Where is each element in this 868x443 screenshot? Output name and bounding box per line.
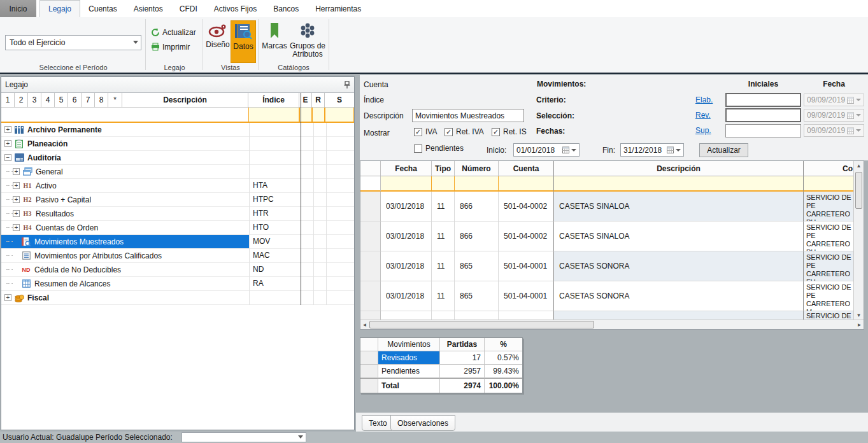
seleccion-label: Selección: <box>536 111 574 120</box>
descripcion-input[interactable]: Movimientos Muestreados <box>412 109 524 122</box>
grid-row[interactable]: 03/01/2018 11 866 501-04-0002 CASETAS SI… <box>360 222 864 251</box>
status-period-combobox[interactable] <box>181 432 306 442</box>
pin-icon[interactable] <box>344 81 350 88</box>
page-tab-3[interactable]: 3 <box>28 93 41 108</box>
vertical-scrollbar[interactable]: ▲ ▼ <box>853 161 864 320</box>
page-tab-2[interactable]: 2 <box>15 93 28 108</box>
imprimir-button[interactable]: Imprimir <box>148 41 192 53</box>
page-tab-8[interactable]: 8 <box>95 93 108 108</box>
expand-icon[interactable] <box>13 168 20 175</box>
expand-icon[interactable] <box>13 182 20 189</box>
tab-cuentas[interactable]: Cuentas <box>80 0 125 17</box>
elab-fecha-picker[interactable]: 09/09/2019 <box>804 94 864 106</box>
expand-icon[interactable] <box>13 210 20 217</box>
page-tab-1[interactable]: 1 <box>1 93 15 108</box>
scroll-down-icon[interactable]: ▼ <box>854 311 864 320</box>
legajo-panel-title: Legajo <box>5 80 28 89</box>
column-header-indice[interactable]: Índice <box>248 93 299 108</box>
page-tab-star[interactable]: * <box>108 93 122 108</box>
sup-link[interactable]: Sup. <box>695 126 711 135</box>
marcas-button[interactable]: Marcas <box>260 20 289 63</box>
grid-header-descripcion[interactable]: Descripción <box>554 161 804 176</box>
ret-is-checkbox[interactable]: Ret. IS <box>492 127 527 136</box>
horizontal-scroll-thumb[interactable] <box>369 321 594 328</box>
tab-texto[interactable]: Texto <box>362 415 394 431</box>
column-header-s[interactable]: S <box>325 93 354 108</box>
filter-cell-r[interactable] <box>312 108 325 122</box>
row-selector[interactable] <box>360 251 381 281</box>
tab-cfdi[interactable]: CFDI <box>171 0 206 17</box>
page-tab-7[interactable]: 7 <box>82 93 95 108</box>
filter-cell-s[interactable] <box>325 108 354 122</box>
elab-iniciales-input[interactable] <box>725 93 801 107</box>
vertical-scroll-thumb[interactable] <box>855 172 862 209</box>
grid-filter-fecha[interactable] <box>381 176 432 192</box>
sup-fecha-picker[interactable]: 09/09/2019 <box>804 124 864 137</box>
grid-row[interactable]: 03/01/2018 11 865 501-04-0001 CASETAS SO… <box>360 281 864 311</box>
grid-header-fecha[interactable]: Fecha <box>381 161 432 176</box>
filter-cell-indice[interactable] <box>248 108 299 122</box>
diseno-button[interactable]: Diseño <box>205 20 231 63</box>
filter-cell-e[interactable] <box>299 108 312 122</box>
expand-icon[interactable] <box>13 196 20 203</box>
column-header-descripcion[interactable]: Descripción <box>122 93 248 108</box>
datos-button[interactable]: Datos <box>231 20 256 63</box>
grid-header-tipo[interactable]: Tipo <box>432 161 455 176</box>
scroll-up-icon[interactable]: ▲ <box>854 161 864 171</box>
actualizar-button[interactable]: Actualizar <box>148 27 199 38</box>
grid-header-cuenta[interactable]: Cuenta <box>499 161 554 176</box>
grid-header-numero[interactable]: Número <box>455 161 499 176</box>
collapse-icon[interactable] <box>4 154 11 161</box>
summary-row-pendientes[interactable]: Pendientes 2957 99.43% <box>360 365 522 378</box>
tab-legajo[interactable]: Legajo <box>39 0 80 17</box>
filter-cell-descripcion[interactable] <box>122 108 248 122</box>
iva-checkbox[interactable]: IVA <box>414 127 437 136</box>
pendientes-checkbox[interactable]: Pendientes <box>414 144 464 153</box>
row-selector[interactable] <box>360 222 381 251</box>
page-tab-4[interactable]: 4 <box>41 93 55 108</box>
rev-fecha-picker[interactable]: 09/09/2019 <box>804 109 864 122</box>
expand-icon[interactable] <box>4 126 11 133</box>
elab-link[interactable]: Elab. <box>695 95 713 104</box>
tab-inicio[interactable]: Inicio <box>0 0 36 17</box>
grid-filter-cuenta[interactable] <box>499 176 554 192</box>
expand-icon[interactable] <box>4 294 11 301</box>
tab-observaciones[interactable]: Observaciones <box>390 415 455 431</box>
tab-asientos[interactable]: Asientos <box>125 0 171 17</box>
rev-iniciales-input[interactable] <box>725 108 801 122</box>
summary-row-selector <box>360 378 378 393</box>
tab-bancos[interactable]: Bancos <box>265 0 307 17</box>
tree-connector <box>6 227 13 228</box>
grid-filter-concepto[interactable] <box>804 176 855 192</box>
filter-cell[interactable] <box>1 108 122 122</box>
grid-filter-descripcion[interactable] <box>554 176 804 192</box>
inicio-date-picker[interactable]: 01/01/2018 <box>513 143 580 157</box>
page-tab-6[interactable]: 6 <box>68 93 82 108</box>
sup-iniciales-input[interactable] <box>725 124 801 137</box>
grupos-atributos-button[interactable]: Grupos deAtributos <box>289 20 326 63</box>
scroll-right-icon[interactable]: ► <box>855 320 864 329</box>
ret-iva-checkbox[interactable]: Ret. IVA <box>445 127 484 136</box>
horizontal-scrollbar[interactable]: ◄ ► <box>360 320 864 329</box>
summary-row-total[interactable]: Total 2974 100.00% <box>360 378 522 393</box>
grid-row[interactable]: 03/01/2018 11 865 501-04-0001 CASETAS SO… <box>360 251 864 281</box>
grid-filter-tipo[interactable] <box>432 176 455 192</box>
column-header-e[interactable]: E <box>299 93 312 108</box>
column-header-r[interactable]: R <box>312 93 325 108</box>
fin-date-picker[interactable]: 31/12/2018 <box>620 143 684 157</box>
tab-herramientas[interactable]: Herramientas <box>307 0 369 17</box>
tab-activos-fijos[interactable]: Activos Fijos <box>206 0 265 17</box>
rev-link[interactable]: Rev. <box>695 111 711 120</box>
expand-icon[interactable] <box>4 140 11 147</box>
row-selector[interactable] <box>360 281 381 311</box>
period-combobox[interactable]: Todo el Ejercicio <box>5 35 141 50</box>
grid-filter-numero[interactable] <box>455 176 499 192</box>
grid-header-concepto[interactable]: Co <box>804 161 855 176</box>
summary-row-revisados[interactable]: Revisados 17 0.57% <box>360 351 522 365</box>
scroll-left-icon[interactable]: ◄ <box>360 320 369 329</box>
grid-row[interactable]: 03/01/2018 11 866 501-04-0002 CASETAS SI… <box>360 192 864 222</box>
actualizar-form-button[interactable]: Actualizar <box>699 143 748 157</box>
expand-icon[interactable] <box>13 224 20 231</box>
row-selector[interactable] <box>360 192 381 222</box>
page-tab-5[interactable]: 5 <box>55 93 68 108</box>
